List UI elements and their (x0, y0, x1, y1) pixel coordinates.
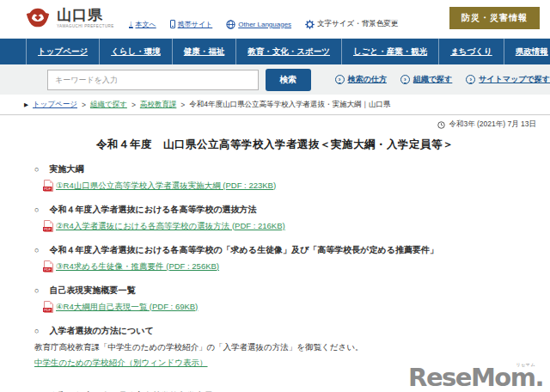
search-by-org-link[interactable]: › 組織で探す (400, 74, 452, 85)
nav-item-kurashi[interactable]: くらし・環境 (99, 39, 172, 64)
to-main-text-link[interactable]: ↓ 本文へ (129, 20, 156, 29)
section-heading-text: 自己表現実施概要一覧 (49, 285, 135, 297)
bullet-icon: ○ (34, 165, 39, 174)
search-by-sitemap-link[interactable]: › サイトマップで探す (466, 74, 550, 85)
search-by-sitemap-label: サイトマップで探す (479, 74, 550, 85)
section-jiko-hyogen: ○ 自己表現実施概要一覧 PDF ④R4大綱用自己表現一覧 (PDF : 69K… (34, 285, 550, 313)
resemom-watermark: リセマム ReseMom. (408, 365, 543, 390)
mobile-phone-icon (170, 20, 175, 28)
utility-nav: ↓ 本文へ 携帯サイト Other Languages (129, 19, 398, 29)
pdf-icon: PDF (43, 180, 53, 192)
section-senbatsu-hoho: ○ 令和４年度入学者選抜における各高等学校の選抜方法 PDF ②R4入学者選抜に… (34, 204, 550, 232)
breadcrumb-separator: > (82, 101, 86, 109)
nav-item-kensei[interactable]: 県政情報 (504, 39, 550, 64)
section-heading: ○ 令和４年度入学者選抜における各高等学校の選抜方法 (34, 204, 550, 216)
pdf-link-senbatsu[interactable]: ②R4入学者選抜における各高等学校の選抜方法 (PDF : 216KB) (56, 221, 285, 232)
section-heading-text: 実施大綱 (49, 163, 83, 175)
resemom-ruby: リセマム (516, 362, 535, 367)
mobile-site-link[interactable]: 携帯サイト (170, 20, 213, 29)
circle-arrow-icon: › (466, 75, 475, 84)
bullet-icon: ○ (34, 246, 39, 254)
to-main-text-label: 本文へ (136, 20, 156, 29)
pdf-link-row: PDF ①R4山口県公立高等学校入学者選抜実施大綱 (PDF : 223KB) (43, 180, 550, 192)
section-heading-text: 入学者選抜の方法について (49, 325, 153, 337)
breadcrumb: ▶ トップページ > 組織で探す > 高校教育課 > 令和4年度山口県公立高等学… (0, 95, 550, 115)
nav-item-kenko[interactable]: 健康・福祉 (172, 39, 236, 64)
site-logo[interactable]: 山口県 YAMAGUCHI PREFECTURE (24, 6, 114, 30)
section-motomeru-seitozo: ○ 令和４年度入学者選抜における各高等学校の「求める生徒像」及び「高等学校長が定… (34, 244, 550, 273)
breadcrumb-link-dept[interactable]: 高校教育課 (140, 100, 177, 110)
circle-arrow-icon: › (335, 75, 345, 84)
breadcrumb-separator: > (131, 101, 136, 109)
section-heading: ○ 令和４年度入学者選抜における各高等学校の「求める生徒像」及び「高等学校長が定… (34, 244, 550, 256)
other-languages-link[interactable]: Other Languages (226, 20, 291, 29)
section-jisshi-taiko: ○ 実施大綱 PDF ①R4山口県公立高等学校入学者選抜実施大綱 (PDF : … (34, 163, 550, 192)
search-button[interactable]: 検索 (266, 69, 311, 91)
section-body-text: 教育庁高校教育課「中学生のための学校紹介」の「入学者選抜の方法」を御覧ください。 (34, 342, 550, 353)
pdf-icon: PDF (43, 220, 53, 232)
section-heading: ○ 自己表現実施概要一覧 (34, 285, 550, 297)
pdf-icon: PDF (43, 260, 53, 273)
nav-item-shigoto[interactable]: しごと・産業・観光 (341, 39, 438, 64)
section-heading: ○ 入学者選抜の方法について (34, 325, 550, 337)
logo-title: 山口県 (57, 8, 114, 22)
page-title: 令和４年度 山口県公立高等学校入学者選抜＜実施大綱・入学定員等＞ (0, 138, 550, 152)
main-nav: トップページ くらし・環境 健康・福祉 教育・文化・スポーツ しごと・産業・観光… (0, 39, 550, 64)
logo-subtitle: YAMAGUCHI PREFECTURE (57, 24, 114, 28)
section-heading-text: 令和４年度入学者選抜における各高等学校の「求める生徒像」及び「高等学校長が定める… (49, 244, 438, 256)
mobile-site-label: 携帯サイト (178, 20, 213, 29)
yamaguchi-emblem-icon (24, 6, 52, 30)
globe-icon (226, 20, 235, 29)
nav-item-machizukuri[interactable]: まちづくり (438, 39, 504, 64)
pdf-icon: PDF (43, 301, 53, 313)
pdf-link-row: PDF ④R4大綱用自己表現一覧 (PDF : 69KB) (43, 301, 550, 313)
breadcrumb-marker-icon: ▶ (24, 101, 28, 108)
breadcrumb-separator: > (180, 101, 185, 109)
breadcrumb-link-org[interactable]: 組織で探す (90, 100, 127, 110)
search-by-org-label: 組織で探す (413, 74, 452, 85)
content: ○ 実施大綱 PDF ①R4山口県公立高等学校入学者選抜実施大綱 (PDF : … (34, 163, 550, 392)
page: 山口県 YAMAGUCHI PREFECTURE ↓ 本文へ 携帯サイト Oth… (0, 0, 550, 392)
pdf-link-row: PDF ②R4入学者選抜における各高等学校の選抜方法 (PDF : 216KB) (43, 220, 550, 232)
bullet-icon: ○ (34, 286, 39, 295)
section-heading: ○ 実施大綱 (34, 163, 550, 175)
search-helper-links: › 検索の仕方 › 組織で探す › サイトマップで探す (335, 74, 550, 85)
pdf-link-jikohyogen[interactable]: ④R4大綱用自己表現一覧 (PDF : 69KB) (56, 302, 198, 313)
update-date: 令和3年 (2021年) 7月 13日 (449, 119, 536, 130)
gear-icon (305, 20, 315, 29)
nav-item-top[interactable]: トップページ (26, 39, 99, 64)
bullet-icon: ○ (34, 205, 39, 214)
font-size-settings-label: 文字サイズ・背景色変更 (317, 19, 398, 29)
school-intro-link[interactable]: 中学生のための学校紹介（別ウィンドウ表示） (34, 358, 208, 369)
circle-arrow-icon: › (400, 75, 410, 84)
breadcrumb-link-top[interactable]: トップページ (33, 100, 77, 110)
how-to-search-link[interactable]: › 検索の仕方 (335, 74, 387, 85)
svg-text:PDF: PDF (44, 308, 52, 312)
search-band: 検索 › 検索の仕方 › 組織で探す › サイトマップで探す (0, 64, 550, 95)
breadcrumb-current: 令和4年度山口県公立高等学校入学者選抜・実施大綱｜山口県 (189, 100, 390, 110)
nav-item-kyoiku[interactable]: 教育・文化・スポーツ (235, 39, 341, 64)
clock-icon (437, 121, 445, 129)
pdf-link-taiko[interactable]: ①R4山口県公立高等学校入学者選抜実施大綱 (PDF : 223KB) (56, 181, 276, 192)
pdf-link-seitozo[interactable]: ③R4求める生徒像・推薦要件 (PDF : 256KB) (56, 261, 219, 273)
how-to-search-label: 検索の仕方 (348, 74, 387, 85)
svg-text:PDF: PDF (44, 227, 52, 231)
pdf-link-row: PDF ③R4求める生徒像・推薦要件 (PDF : 256KB) (43, 260, 550, 273)
bullet-icon: ○ (34, 327, 39, 335)
resemom-logo: ReseMom. (408, 363, 543, 392)
svg-text:PDF: PDF (44, 187, 52, 191)
logo-text-block: 山口県 YAMAGUCHI PREFECTURE (57, 8, 114, 28)
search-input[interactable] (47, 70, 259, 90)
down-arrow-icon: ↓ (129, 20, 133, 28)
update-date-row: 令和3年 (2021年) 7月 13日 (0, 115, 550, 130)
section-heading-text: 令和４年度入学者選抜における各高等学校の選抜方法 (49, 204, 256, 216)
other-languages-label: Other Languages (238, 21, 291, 28)
site-header: 山口県 YAMAGUCHI PREFECTURE ↓ 本文へ 携帯サイト Oth… (0, 0, 550, 39)
font-size-settings-link[interactable]: 文字サイズ・背景色変更 (305, 19, 398, 29)
svg-text:PDF: PDF (44, 267, 52, 272)
disaster-info-button[interactable]: 防災・災害情報 (449, 7, 540, 29)
